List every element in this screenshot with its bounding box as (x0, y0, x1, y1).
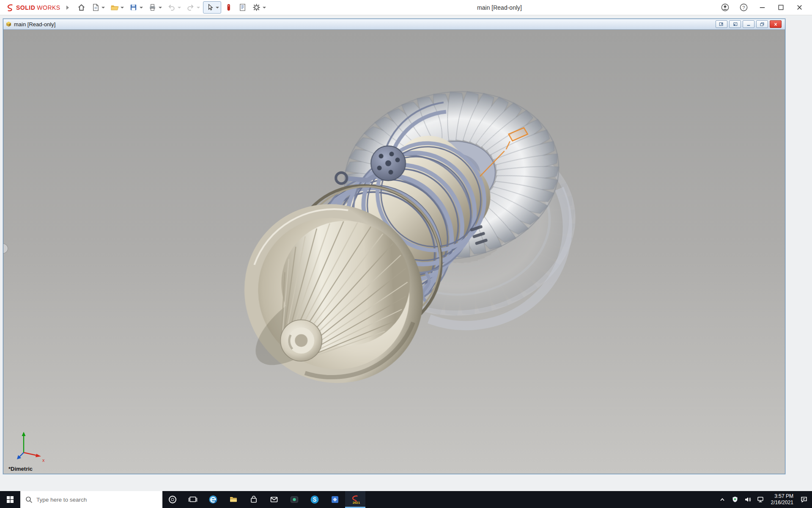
search-icon (25, 496, 33, 503)
windows-logo-icon (5, 494, 15, 505)
macro-pill-icon (224, 3, 233, 12)
taskbar-app-solidworks[interactable]: 2021 (345, 491, 365, 508)
task-view-button[interactable] (183, 491, 203, 508)
close-icon (773, 22, 778, 27)
doc-restore-button[interactable] (756, 20, 768, 28)
app-close-button[interactable] (790, 0, 809, 15)
user-account-icon (721, 3, 730, 12)
chevron-up-icon (719, 496, 726, 503)
taskbar-app-recorder[interactable] (284, 491, 304, 508)
redo-button[interactable] (184, 1, 202, 14)
system-tray: 3:57 PM 2/16/2021 (716, 491, 812, 508)
app-client-area: main [Read-only] (0, 15, 812, 491)
open-button[interactable] (108, 1, 126, 14)
orientation-triad: x (14, 429, 47, 463)
task-view-icon (188, 494, 198, 505)
file-properties-button[interactable] (236, 1, 249, 14)
minimize-icon (758, 3, 767, 12)
brand-text-works: WORKS (37, 4, 60, 11)
taskbar-app-photos[interactable] (325, 491, 345, 508)
start-button[interactable] (0, 491, 20, 508)
cortana-icon (167, 494, 178, 505)
taskbar-app-mail[interactable] (264, 491, 284, 508)
assembly-cube-icon (6, 21, 11, 27)
document-titlebar[interactable]: main [Read-only] (3, 19, 785, 30)
undo-icon (167, 3, 176, 12)
svg-text:2021: 2021 (353, 501, 360, 505)
open-folder-icon (110, 3, 119, 12)
chevron-down-icon[interactable] (178, 7, 181, 8)
action-center-button[interactable] (798, 491, 810, 508)
taskbar: 2021 3:57 PM 2/16/2021 (0, 491, 812, 508)
network-tray-button[interactable] (754, 491, 767, 508)
document-window-controls (716, 20, 782, 28)
options-button[interactable] (250, 1, 268, 14)
user-account-button[interactable] (716, 0, 734, 15)
undo-button[interactable] (165, 1, 183, 14)
help-icon: ? (739, 3, 748, 12)
volume-icon (744, 496, 752, 503)
chevron-down-icon[interactable] (197, 7, 200, 8)
toolbar-expander-button[interactable] (63, 4, 72, 11)
app-minimize-button[interactable] (753, 0, 771, 15)
chevron-down-icon[interactable] (121, 7, 124, 8)
doc-close-button[interactable] (770, 20, 782, 28)
select-tool-button[interactable] (203, 1, 221, 14)
solidworks-logo: SOLIDWORKS (3, 3, 63, 12)
chevron-down-icon[interactable] (263, 7, 266, 8)
hidden-icons-button[interactable] (716, 491, 729, 508)
photos-icon (330, 494, 340, 505)
taskbar-app-file-explorer[interactable] (223, 491, 244, 508)
volume-tray-button[interactable] (741, 491, 754, 508)
gear-icon (252, 3, 261, 12)
help-button[interactable]: ? (734, 0, 753, 15)
chevron-down-icon[interactable] (159, 7, 162, 8)
defender-tray-button[interactable] (729, 491, 741, 508)
viewport-3d[interactable]: x *Dimetric (3, 30, 785, 474)
document-window: main [Read-only] (3, 19, 785, 474)
new-window-icon (732, 22, 738, 27)
app-window-title: main [Read-only] (477, 4, 522, 11)
chevron-right-icon (66, 6, 69, 10)
print-icon (148, 3, 157, 12)
screen-recorder-icon (289, 494, 299, 505)
clock-time: 3:57 PM (774, 493, 793, 500)
home-button[interactable] (75, 1, 88, 14)
svg-text:?: ? (742, 5, 745, 10)
save-icon (129, 3, 138, 12)
network-icon (757, 496, 764, 503)
file-properties-icon (238, 3, 247, 12)
chevron-down-icon[interactable] (216, 7, 219, 8)
chevron-down-icon[interactable] (140, 7, 143, 8)
maximize-icon (776, 3, 785, 12)
jet-engine-model[interactable] (3, 30, 785, 474)
new-window-button[interactable] (729, 20, 741, 28)
document-title: main [Read-only] (14, 21, 55, 28)
close-icon (795, 3, 804, 12)
macro-button[interactable] (222, 1, 235, 14)
print-button[interactable] (146, 1, 164, 14)
doc-minimize-button[interactable] (743, 20, 754, 28)
home-icon (77, 3, 86, 12)
new-document-button[interactable] (89, 1, 107, 14)
taskbar-search[interactable] (20, 491, 162, 508)
taskbar-clock[interactable]: 3:57 PM 2/16/2021 (767, 493, 798, 506)
taskbar-app-edge[interactable] (203, 491, 223, 508)
save-button[interactable] (127, 1, 145, 14)
redo-icon (186, 3, 195, 12)
cortana-button[interactable] (162, 491, 183, 508)
search-input[interactable] (36, 497, 157, 503)
app-maximize-button[interactable] (771, 0, 790, 15)
clock-date: 2/16/2021 (771, 500, 793, 506)
app-caption-buttons: ? (716, 0, 809, 15)
tile-window-button[interactable] (716, 20, 727, 28)
quick-access-toolbar (75, 1, 268, 14)
solidworks-logo-icon (6, 3, 14, 12)
new-document-icon (91, 3, 100, 12)
select-cursor-icon (205, 3, 214, 12)
taskbar-app-skype[interactable] (304, 491, 325, 508)
app-titlebar: SOLIDWORKS (0, 0, 812, 15)
chevron-down-icon[interactable] (102, 7, 105, 8)
taskbar-app-store[interactable] (244, 491, 264, 508)
minimize-icon (746, 22, 751, 27)
